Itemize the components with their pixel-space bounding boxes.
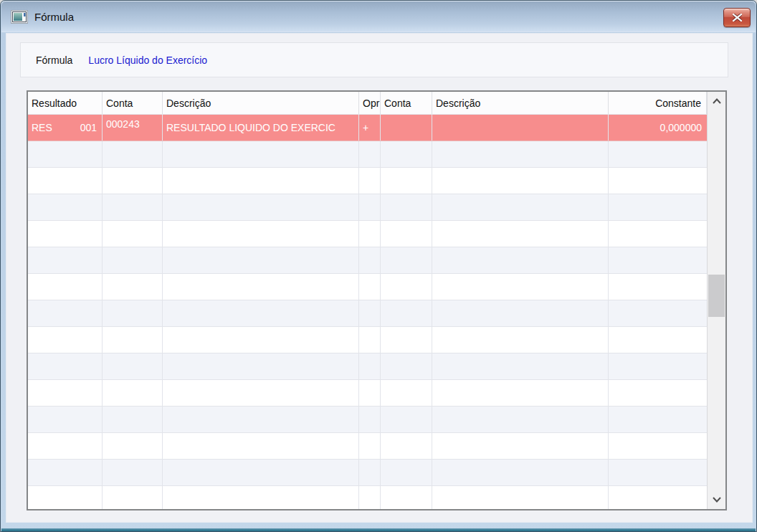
window-bottom-border	[1, 528, 756, 531]
table-row[interactable]	[28, 141, 707, 168]
cell-descricao-2[interactable]	[432, 115, 609, 141]
cell-conta-1[interactable]: 000243	[103, 115, 163, 141]
resultado-sequence: 001	[80, 122, 97, 133]
column-header-constante[interactable]: Constante	[609, 92, 707, 114]
resultado-code: RES	[32, 122, 52, 133]
constante-value: 0,000000	[660, 122, 702, 133]
table-row[interactable]	[28, 274, 707, 300]
table-row[interactable]	[28, 327, 707, 353]
scroll-down-button[interactable]	[708, 490, 725, 509]
formula-field-label: Fórmula	[36, 54, 72, 66]
grid-header-row: Resultado Conta Descrição Opr Conta Desc…	[28, 92, 707, 115]
table-row[interactable]	[28, 168, 707, 194]
chevron-down-icon	[712, 497, 722, 503]
scrollbar-thumb[interactable]	[708, 275, 725, 317]
window-title: Fórmula	[34, 11, 74, 23]
column-header-conta-2[interactable]: Conta	[381, 92, 432, 114]
opr-value: +	[363, 122, 368, 133]
dialog-client-area: Fórmula Lucro Líquido do Exercício Resul…	[6, 33, 753, 523]
column-header-opr[interactable]: Opr	[359, 92, 381, 114]
descricao-value: RESULTADO LIQUIDO DO EXERCIC	[166, 122, 335, 133]
cell-descricao-1[interactable]: RESULTADO LIQUIDO DO EXERCIC	[163, 115, 359, 141]
column-header-conta-1[interactable]: Conta	[103, 92, 163, 114]
conta-value: 000243	[106, 118, 140, 130]
vertical-scrollbar[interactable]	[707, 92, 725, 509]
table-row[interactable]	[28, 380, 707, 407]
table-row[interactable]	[28, 194, 707, 221]
table-row[interactable]	[28, 460, 707, 486]
scrollbar-track[interactable]	[708, 110, 725, 490]
table-row[interactable]	[28, 486, 707, 509]
cell-opr[interactable]: +	[359, 115, 381, 141]
scroll-up-button[interactable]	[708, 92, 725, 110]
selected-formula-row[interactable]: RES 001 000243 RESULTADO LIQUIDO DO EXER…	[28, 115, 707, 141]
column-header-resultado[interactable]: Resultado	[28, 92, 103, 114]
formula-field-value: Lucro Líquido do Exercício	[88, 54, 207, 66]
table-row[interactable]	[28, 353, 707, 380]
formula-panel: Fórmula Lucro Líquido do Exercício	[20, 42, 728, 77]
form-window-icon	[11, 10, 28, 24]
chevron-up-icon	[712, 98, 722, 104]
cell-constante[interactable]: 0,000000	[609, 115, 707, 141]
table-row[interactable]	[28, 433, 707, 460]
formula-window: Fórmula Fórmula Lucro Líquido do Exercíc…	[0, 0, 757, 532]
cell-conta-2[interactable]	[381, 115, 432, 141]
close-button[interactable]	[723, 8, 751, 27]
table-row[interactable]	[28, 221, 707, 247]
grid-body: RES 001 000243 RESULTADO LIQUIDO DO EXER…	[28, 115, 707, 509]
title-bar[interactable]: Fórmula	[1, 1, 756, 32]
column-header-descricao-1[interactable]: Descrição	[163, 92, 359, 114]
formula-grid: Resultado Conta Descrição Opr Conta Desc…	[27, 90, 727, 510]
close-icon	[733, 14, 742, 22]
column-header-descricao-2[interactable]: Descrição	[432, 92, 609, 114]
cell-resultado[interactable]: RES 001	[28, 115, 103, 141]
table-row[interactable]	[28, 247, 707, 274]
table-row[interactable]	[28, 407, 707, 433]
table-row[interactable]	[28, 300, 707, 327]
